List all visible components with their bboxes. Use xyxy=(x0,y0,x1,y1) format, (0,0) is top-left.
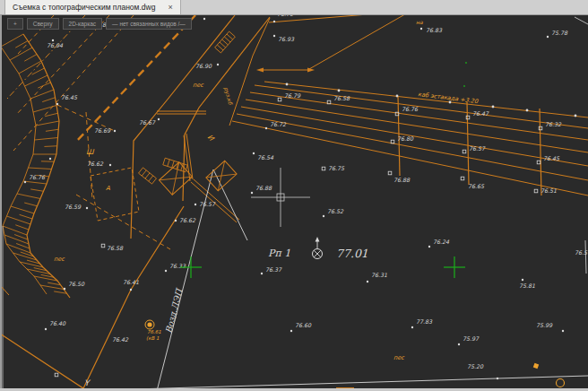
map-annotation: пес xyxy=(193,82,204,89)
file-tab-bar: Съемка с топографическим планом.dwg × xyxy=(0,0,588,15)
elevation-label: 76.57 xyxy=(575,249,588,256)
elevation-label: 76.31 xyxy=(371,272,387,278)
elevation-label: 76.62 xyxy=(179,217,196,223)
survey-point xyxy=(175,220,177,222)
elevation-label: 76.60 xyxy=(295,322,312,328)
elevation-label: 75.97 xyxy=(463,335,480,342)
survey-point xyxy=(420,28,422,30)
elevation-label: 76.90 xyxy=(195,63,212,69)
survey-point xyxy=(497,378,498,379)
elevation-label: 76.42 xyxy=(112,336,129,343)
drawing-canvas[interactable]: 76.8176.8776.7076.7076.9376.8375.7876.90… xyxy=(0,0,588,391)
map-annotation: на xyxy=(416,19,423,25)
survey-point xyxy=(265,127,267,129)
elevation-label: 76.83 xyxy=(426,27,443,33)
application-window: 76.8176.8776.7076.7076.9376.8375.7876.90… xyxy=(0,0,588,391)
elevation-label: 76.62 xyxy=(87,161,104,167)
survey-point xyxy=(522,279,523,281)
survey-point xyxy=(86,207,88,209)
survey-point xyxy=(261,273,263,274)
modelspace-background xyxy=(0,14,588,391)
window-left-border xyxy=(0,14,2,391)
map-annotation: пес xyxy=(54,256,65,263)
elevation-label: 76.80 xyxy=(397,135,414,142)
survey-point xyxy=(64,288,65,290)
elevation-label: 76.50 xyxy=(68,281,85,287)
survey-point xyxy=(49,158,51,160)
elevation-label: 75.99 xyxy=(536,322,553,328)
elevation-label: 76.51 xyxy=(540,187,557,194)
survey-point xyxy=(158,118,160,120)
elevation-label: 76.32 xyxy=(545,121,562,127)
benchmark-name: Рп 1 xyxy=(268,248,290,259)
elevation-label: 75.81 xyxy=(519,282,535,289)
benchmark-elevation: 77.01 xyxy=(336,247,368,260)
map-annotation: Ш xyxy=(86,148,95,156)
survey-point xyxy=(323,215,324,217)
map-annotation: 76.61 xyxy=(147,329,161,335)
elevation-label: 76.45 xyxy=(61,94,78,100)
survey-point xyxy=(56,103,58,105)
file-tab[interactable]: Съемка с топографическим планом.dwg × xyxy=(4,0,181,14)
elevation-label: 76.41 xyxy=(123,279,139,285)
survey-point xyxy=(195,204,196,205)
survey-point xyxy=(562,330,564,332)
survey-point xyxy=(203,18,205,20)
elevation-label: 76.37 xyxy=(265,266,282,273)
survey-point xyxy=(273,35,275,37)
elevation-label: 76.76 xyxy=(29,174,46,180)
survey-point xyxy=(547,36,549,38)
elevation-label: 76.76 xyxy=(402,106,419,112)
survey-point xyxy=(458,343,460,345)
elevation-label: 76.52 xyxy=(327,208,344,214)
survey-point xyxy=(290,330,292,332)
survey-point xyxy=(165,270,167,272)
file-tab-title: Съемка с топографическим планом.dwg xyxy=(13,3,155,12)
elevation-label: 77.83 xyxy=(416,318,433,325)
elevation-label: 76.47 xyxy=(472,110,489,117)
elevation-label: 76.79 xyxy=(284,92,301,99)
elevation-label: 76.69 xyxy=(94,127,111,134)
elevation-label: 76.58 xyxy=(333,95,350,101)
survey-point xyxy=(217,64,219,65)
survey-point xyxy=(428,246,430,248)
elevation-label: 76.40 xyxy=(49,320,66,326)
viewport-controls: + Сверху 2D-каркас — нет связанных видов… xyxy=(7,18,192,30)
elevation-label: 76.45 xyxy=(543,155,560,161)
survey-point xyxy=(273,21,275,22)
elevation-label: 76.93 xyxy=(278,36,295,42)
elevation-label: 76.72 xyxy=(270,121,287,127)
survey-point xyxy=(253,152,255,154)
map-annotation: А xyxy=(106,185,110,192)
viewport-views-status-button[interactable]: — нет связанных видов /— xyxy=(106,18,192,30)
elevation-label: 75.20 xyxy=(467,363,484,369)
elevation-label: 76.67 xyxy=(139,119,156,126)
elevation-label: 75.78 xyxy=(551,30,568,36)
survey-point xyxy=(52,39,54,41)
elevation-label: 76.88 xyxy=(393,177,411,183)
survey-point xyxy=(411,326,413,328)
map-annotation: пес xyxy=(393,354,405,361)
elevation-label: 76.88 xyxy=(255,185,272,191)
viewport-expand-button[interactable]: + xyxy=(7,18,23,30)
viewport-view-button[interactable]: Сверху xyxy=(27,18,59,30)
map-annotation: (кВ 1 xyxy=(146,335,160,341)
elevation-label: 76.75 xyxy=(328,165,345,171)
elevation-label: 76.24 xyxy=(433,239,450,245)
survey-point xyxy=(114,130,116,132)
survey-point xyxy=(251,192,253,194)
elevation-label: 76.65 xyxy=(468,183,485,189)
elevation-label: 76.33 xyxy=(169,263,186,269)
elevation-label: 76.59 xyxy=(65,204,82,210)
elevation-label: 76.58 xyxy=(107,245,124,251)
survey-point xyxy=(109,164,111,166)
elevation-label: 76.57 xyxy=(469,145,486,152)
survey-point xyxy=(130,289,132,291)
survey-point xyxy=(367,281,368,282)
viewport-style-button[interactable]: 2D-каркас xyxy=(63,18,103,30)
elevation-label: 76.57 xyxy=(199,201,216,207)
survey-point xyxy=(24,181,26,183)
close-icon[interactable]: × xyxy=(168,4,172,12)
elevation-label: 76.54 xyxy=(257,154,274,161)
elevation-label: 76.94 xyxy=(47,42,64,48)
